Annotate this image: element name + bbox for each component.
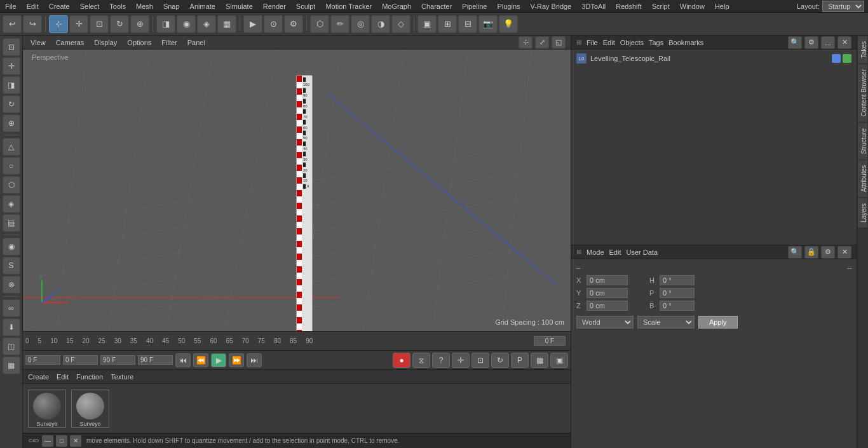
coord-b-input[interactable]	[660, 301, 695, 311]
apply-button[interactable]: Apply	[698, 316, 738, 329]
menu-render[interactable]: Render	[258, 1, 291, 11]
attr-userdata-menu[interactable]: User Data	[627, 248, 658, 256]
world-dropdown[interactable]: World	[576, 316, 634, 329]
fx-tool-button[interactable]: ◇	[391, 15, 410, 33]
tab-takes[interactable]: Takes	[857, 36, 868, 64]
left-tool-12[interactable]: S	[3, 257, 20, 275]
object-tag-2[interactable]	[843, 54, 851, 63]
menu-sculpt[interactable]: Sculpt	[291, 1, 321, 11]
obj-menu-edit[interactable]: Edit	[603, 39, 615, 46]
render-pb[interactable]: ▣	[550, 353, 568, 368]
material-edit-menu[interactable]: Edit	[57, 373, 69, 381]
left-tool-11[interactable]: ◉	[3, 238, 20, 255]
left-tool-16[interactable]: ◫	[3, 337, 20, 355]
left-tool-9[interactable]: ◈	[3, 195, 20, 213]
point-mode-button[interactable]: ◉	[177, 15, 196, 33]
coord-h-input[interactable]	[660, 275, 695, 285]
select-tool-button[interactable]: ⊹	[49, 15, 68, 33]
viewport-menu-display[interactable]: Display	[92, 37, 119, 48]
status-icon-minimize[interactable]: —	[42, 435, 53, 447]
keyframe-button[interactable]: ⧖	[412, 353, 430, 368]
left-tool-8[interactable]: ⬡	[3, 176, 20, 194]
render-button[interactable]: ⊙	[264, 15, 283, 33]
left-tool-10[interactable]: ▤	[3, 214, 20, 232]
rotate-tool-button[interactable]: ↻	[110, 15, 129, 33]
object-tag-1[interactable]	[832, 54, 841, 63]
coord-z1-input[interactable]	[587, 301, 628, 311]
menu-create[interactable]: Create	[44, 1, 75, 11]
material-texture-menu[interactable]: Texture	[111, 373, 133, 381]
viewport-icon-2[interactable]: ⤢	[535, 36, 549, 49]
move-tool-button[interactable]: ✛	[69, 15, 88, 33]
menu-motion-tracker[interactable]: Motion Tracker	[320, 1, 377, 11]
tab-structure[interactable]: Structure	[857, 123, 868, 160]
object-mode-button[interactable]: ◨	[156, 15, 175, 33]
current-frame-input[interactable]	[63, 355, 98, 365]
rotate-mode-pb[interactable]: ↻	[491, 353, 509, 368]
attr-search-icon[interactable]: 🔍	[788, 246, 802, 259]
end-frame-input-2[interactable]	[138, 355, 173, 365]
obj-menu-tags[interactable]: Tags	[649, 39, 663, 46]
coord-x1-input[interactable]	[587, 275, 628, 285]
left-tool-4[interactable]: ↻	[3, 95, 20, 113]
menu-redshift[interactable]: Redshift	[611, 1, 646, 11]
obj-close-icon[interactable]: ✕	[837, 36, 851, 49]
obj-menu-bookmarks[interactable]: Bookmarks	[668, 39, 703, 46]
menu-vray[interactable]: V-Ray Bridge	[526, 1, 577, 11]
step-forward-button[interactable]: ⏩	[229, 353, 244, 367]
timeline[interactable]: 0 5 10 15 20 25 30 35 40 45 50 55 60 65 …	[23, 331, 571, 350]
viewport-layout-2[interactable]: ⊞	[438, 15, 457, 33]
coord-p-input[interactable]	[660, 288, 695, 298]
status-icon-restore[interactable]: □	[56, 435, 67, 447]
viewport-icon-3[interactable]: ◱	[552, 36, 566, 49]
menu-mesh[interactable]: Mesh	[131, 1, 158, 11]
end-frame-input[interactable]	[100, 355, 135, 365]
menu-snap[interactable]: Snap	[158, 1, 185, 11]
menu-plugins[interactable]: Plugins	[492, 1, 525, 11]
attr-lock-icon[interactable]: 🔒	[804, 246, 818, 259]
frame-indicator[interactable]	[534, 336, 566, 346]
menu-animate[interactable]: Animate	[185, 1, 220, 11]
object-row-rail[interactable]: L0 Levelling_Telescopic_Rail	[574, 52, 854, 65]
render-settings-button[interactable]: ⚙	[284, 15, 303, 33]
left-tool-6[interactable]: △	[3, 138, 20, 156]
left-tool-7[interactable]: ○	[3, 157, 20, 175]
camera-button[interactable]: 📷	[478, 15, 498, 33]
menu-script[interactable]: Script	[647, 1, 675, 11]
help-button[interactable]: ?	[432, 353, 450, 368]
menu-simulate[interactable]: Simulate	[220, 1, 258, 11]
left-tool-2[interactable]: ✛	[3, 57, 20, 75]
grid-pb[interactable]: ▦	[531, 353, 548, 368]
tab-content-browser[interactable]: Content Browser	[857, 64, 868, 122]
viewport-menu-view[interactable]: View	[28, 37, 48, 48]
obj-more-icon[interactable]: …	[821, 36, 835, 49]
material-create-menu[interactable]: Create	[28, 373, 49, 381]
tab-layers[interactable]: Layers	[857, 198, 868, 228]
menu-select[interactable]: Select	[75, 1, 105, 11]
viewport-canvas[interactable]: Perspective	[23, 50, 571, 331]
menu-help[interactable]: Help	[710, 1, 735, 11]
left-tool-14[interactable]: ∞	[3, 299, 20, 317]
play-mode-pb[interactable]: P	[511, 353, 529, 368]
perspective-button[interactable]: ⬡	[310, 15, 329, 33]
left-tool-1[interactable]: ⊡	[3, 38, 20, 56]
layout-dropdown[interactable]: Startup	[822, 1, 864, 12]
scale-dropdown[interactable]: Scale	[637, 316, 695, 329]
material-item-1[interactable]: Surveyo	[28, 390, 66, 428]
coord-y1-input[interactable]	[587, 288, 628, 298]
left-tool-17[interactable]: ▦	[3, 356, 20, 374]
menu-window[interactable]: Window	[675, 1, 710, 11]
menu-edit[interactable]: Edit	[22, 1, 44, 11]
menu-3dtoall[interactable]: 3DToAll	[576, 1, 611, 11]
viewport-layout-3[interactable]: ⊟	[458, 15, 477, 33]
scale-mode-pb[interactable]: ⊡	[471, 353, 489, 368]
render-viewport-button[interactable]: ▶	[243, 15, 262, 33]
undo-button[interactable]: ↩	[3, 15, 22, 33]
attr-edit-menu[interactable]: Edit	[609, 248, 621, 256]
viewport-layout-1[interactable]: ▣	[417, 15, 437, 33]
menu-character[interactable]: Character	[416, 1, 457, 11]
viewport-menu-panel[interactable]: Panel	[185, 37, 208, 48]
move-mode-pb[interactable]: ✛	[452, 353, 470, 368]
start-frame-input[interactable]	[25, 355, 60, 365]
menu-pipeline[interactable]: Pipeline	[457, 1, 492, 11]
